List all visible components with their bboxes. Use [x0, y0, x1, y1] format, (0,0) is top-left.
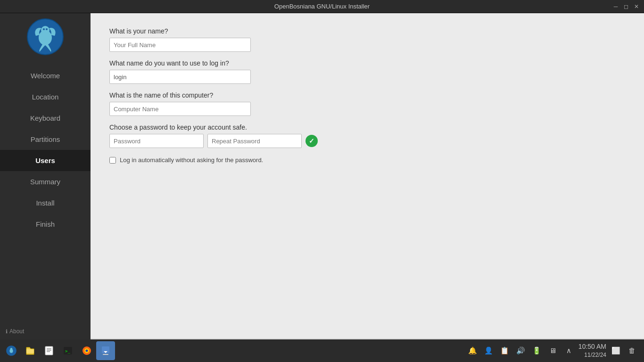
titlebar-controls: ─ ◻ ✕ — [612, 3, 640, 10]
svg-point-2 — [41, 26, 50, 34]
taskbar-firefox[interactable] — [77, 341, 96, 360]
computer-name-input[interactable] — [109, 102, 251, 116]
taskbar-clipboard-icon[interactable]: 📋 — [498, 344, 512, 357]
password-input[interactable] — [109, 134, 204, 148]
taskbar-files[interactable] — [21, 341, 40, 360]
taskbar-display-icon[interactable]: 🖥 — [546, 344, 560, 357]
titlebar-title: OpenBosniana GNU/Linux Installer — [274, 3, 370, 10]
autologin-checkbox[interactable] — [109, 157, 116, 164]
login-name-input[interactable] — [109, 70, 251, 84]
sidebar-item-summary[interactable]: Summary — [0, 171, 91, 192]
taskbar-text-editor[interactable] — [40, 341, 58, 360]
taskbar-terminal[interactable]: >_ — [58, 341, 77, 360]
close-button[interactable]: ✕ — [633, 3, 640, 10]
svg-point-4 — [46, 28, 48, 30]
app-logo — [26, 18, 64, 56]
password-row: ✓ — [109, 134, 402, 148]
password-match-icon: ✓ — [305, 135, 318, 147]
password-question: Choose a password to keep your account s… — [109, 123, 402, 131]
content-area: What is your name? What name do you want… — [91, 13, 644, 339]
installer-window: Welcome Location Keyboard Partitions Use… — [0, 13, 644, 339]
svg-point-16 — [86, 350, 88, 352]
users-form: What is your name? What name do you want… — [109, 27, 402, 164]
taskbar-openbosniana[interactable] — [2, 341, 21, 360]
taskbar: >_ 🔔 👤 📋 🔊 🔋 🖥 ∧ 10:50 AM 11/22/24 ⬜ 🗑 — [0, 339, 644, 362]
svg-point-7 — [10, 348, 13, 350]
computer-question: What is the name of this computer? — [109, 91, 402, 99]
about-section: ℹ About — [0, 323, 91, 339]
login-question: What name do you want to use to log in? — [109, 59, 402, 67]
taskbar-notifications-icon[interactable]: 🔔 — [466, 344, 479, 357]
your-name-input[interactable] — [109, 38, 251, 52]
taskbar-right: 🔔 👤 📋 🔊 🔋 🖥 ∧ 10:50 AM 11/22/24 ⬜ 🗑 — [466, 342, 642, 359]
sidebar-item-welcome[interactable]: Welcome — [0, 65, 91, 86]
taskbar-trash-icon[interactable]: 🗑 — [625, 344, 638, 357]
svg-text:>_: >_ — [65, 349, 70, 354]
taskbar-volume-icon[interactable]: 🔊 — [514, 344, 528, 357]
name-question: What is your name? — [109, 27, 402, 35]
taskbar-expand-icon[interactable]: ∧ — [562, 344, 576, 357]
sidebar-item-finish[interactable]: Finish — [0, 214, 91, 235]
sidebar: Welcome Location Keyboard Partitions Use… — [0, 13, 91, 339]
autologin-row: Log in automatically without asking for … — [109, 156, 402, 164]
svg-point-3 — [43, 28, 45, 30]
autologin-label[interactable]: Log in automatically without asking for … — [120, 156, 263, 164]
taskbar-installer[interactable] — [96, 341, 115, 360]
svg-rect-8 — [45, 346, 53, 355]
svg-rect-19 — [103, 354, 108, 355]
sidebar-item-install[interactable]: Install — [0, 192, 91, 214]
repeat-password-input[interactable] — [207, 134, 302, 148]
minimize-button[interactable]: ─ — [612, 3, 619, 10]
titlebar: OpenBosniana GNU/Linux Installer ─ ◻ ✕ — [0, 0, 644, 13]
taskbar-battery-icon[interactable]: 🔋 — [530, 344, 544, 357]
taskbar-clock[interactable]: 10:50 AM 11/22/24 — [578, 342, 606, 359]
sidebar-item-partitions[interactable]: Partitions — [0, 129, 91, 150]
sidebar-item-users[interactable]: Users — [0, 150, 91, 171]
maximize-button[interactable]: ◻ — [622, 3, 630, 10]
taskbar-user-icon[interactable]: 👤 — [482, 344, 495, 357]
sidebar-item-keyboard[interactable]: Keyboard — [0, 107, 91, 129]
taskbar-screen-icon[interactable]: ⬜ — [609, 344, 622, 357]
sidebar-item-location[interactable]: Location — [0, 86, 91, 107]
